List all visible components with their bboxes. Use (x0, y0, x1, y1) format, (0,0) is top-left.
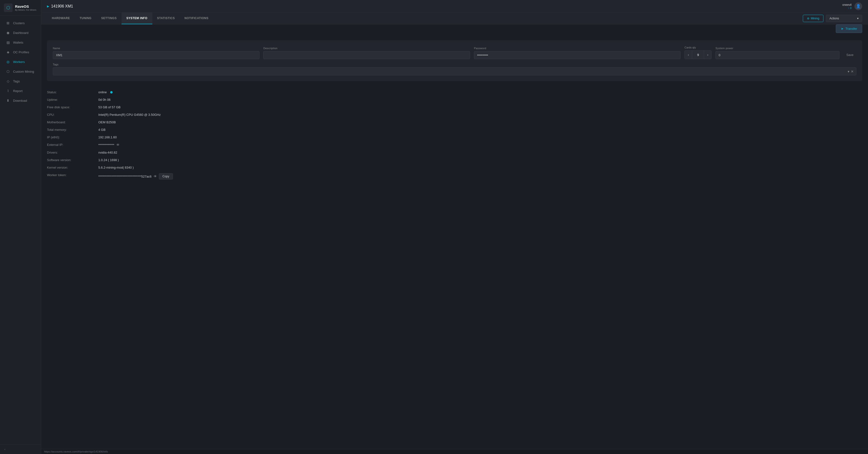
form-section: Name Description Password Cards qty ‹ 9 (47, 40, 862, 81)
token-masked: ***********************************527ac… (98, 175, 152, 178)
memory-label: Total memory: (47, 126, 95, 133)
logo-text: RaveOS By Miners. For Miners (15, 4, 36, 11)
tags-clear-icon[interactable]: ✕ (851, 69, 854, 73)
sidebar-nav: ⊞ Clusters ◉ Dashboard ▤ Wallets ◈ OC Pr… (0, 16, 41, 444)
sidebar-item-dashboard[interactable]: ◉ Dashboard (1, 28, 39, 37)
description-field-group: Description (263, 47, 470, 59)
power-field-group: System power (715, 47, 839, 59)
software-label: Software version: (47, 156, 95, 164)
balance-icon: ↑ (848, 6, 849, 9)
clusters-icon: ⊞ (6, 21, 10, 25)
actions-dropdown[interactable]: Actions ▾ (826, 15, 862, 22)
play-icon: ▶ (47, 5, 49, 8)
external-ip-reveal-button[interactable]: 👁 (116, 143, 120, 147)
user-info: oneevil ↑ 0 (842, 3, 851, 9)
cards-qty-value: 9 (692, 51, 704, 59)
tab-settings[interactable]: SETTINGS (96, 12, 122, 24)
sidebar-item-clusters[interactable]: ⊞ Clusters (1, 19, 39, 28)
avatar-icon: 👤 (856, 4, 861, 8)
balance-value: 0 (850, 6, 851, 9)
chevron-down-icon: ▾ (857, 17, 859, 20)
kernel-label: Kernel version: (47, 164, 95, 171)
topbar: ▶ 141906 XM1 oneevil ↑ 0 👤 (41, 0, 868, 12)
sidebar-item-download[interactable]: ⬇ Download (1, 96, 39, 105)
user-balance: ↑ 0 (842, 6, 851, 9)
save-button[interactable]: Save (843, 51, 857, 59)
motherboard-value: OEM B250B (95, 118, 241, 126)
eye-icon: 👁 (154, 175, 157, 178)
logo-icon: ⬡ (4, 3, 12, 12)
sidebar-item-report[interactable]: ⌇ Report (1, 86, 39, 95)
sidebar-item-oc-profiles[interactable]: ◈ OC Profiles (1, 48, 39, 57)
transfer-bar: ➤ Transfer (41, 25, 868, 35)
workers-icon: ◎ (6, 60, 10, 64)
qty-increment-button[interactable]: › (704, 51, 711, 59)
tab-notifications[interactable]: NOTIFICATIONS (180, 12, 213, 24)
brand-tagline: By Miners. For Miners (15, 9, 36, 11)
sidebar-item-label: OC Profiles (13, 51, 29, 54)
qty-decrement-button[interactable]: ‹ (685, 51, 692, 59)
sidebar-item-custom-mining[interactable]: ⬡ Custom Mining (1, 67, 39, 76)
sidebar-logo: ⬡ RaveOS By Miners. For Miners (0, 0, 41, 16)
tags-input[interactable] (56, 68, 848, 74)
tags-label: Tags (53, 63, 857, 66)
wallets-icon: ▤ (6, 40, 10, 44)
tab-hardware[interactable]: HARDWARE (47, 12, 75, 24)
status-label: Status: (47, 88, 95, 96)
tags-chevron-icon[interactable]: ▾ (848, 69, 849, 73)
sidebar-collapse-button[interactable]: ‹ (0, 444, 41, 454)
transfer-button[interactable]: ➤ Transfer (836, 25, 862, 33)
dashboard-icon: ◉ (6, 31, 10, 35)
password-input[interactable] (474, 51, 681, 59)
disk-value: 53 GB of 57 GB (95, 103, 241, 111)
token-value: ***********************************527ac… (95, 171, 241, 181)
collapse-icon: ‹ (4, 448, 5, 451)
drivers-value: nvidia-440.82 (95, 149, 241, 156)
memory-value: 4 GB (95, 126, 241, 133)
info-table: Status: online Uptime: 0d 0h 06 Free dis… (47, 88, 241, 181)
page-title: ▶ 141906 XM1 (47, 4, 73, 8)
password-field-group: Password (474, 47, 681, 59)
power-input[interactable] (715, 51, 839, 59)
qty-control: ‹ 9 › (684, 51, 712, 59)
tab-system-info[interactable]: SYSTEM INFO (122, 12, 152, 24)
worker-name: 141906 XM1 (51, 4, 73, 8)
sidebar-item-label: Dashboard (13, 31, 29, 35)
tags-input-wrapper: ▾ ✕ (53, 67, 857, 75)
ip-value: 192.168.1.60 (95, 133, 241, 141)
content-area: ➤ Transfer Name Description Password (41, 25, 868, 449)
copy-button[interactable]: Copy (159, 173, 173, 180)
oc-profiles-icon: ◈ (6, 50, 10, 54)
statusbar: https://accounts.raveos.com/#/private/ri… (41, 449, 868, 454)
external-ip-masked: ************* (98, 143, 114, 147)
tab-bar: HARDWARE TUNING SETTINGS SYSTEM INFO STA… (41, 12, 868, 25)
topbar-left: ▶ 141906 XM1 (47, 4, 73, 8)
sidebar-item-label: Custom Mining (13, 70, 34, 73)
mining-label: Mining (811, 17, 819, 20)
description-input[interactable] (263, 51, 470, 59)
name-input[interactable] (53, 51, 259, 59)
transfer-icon: ➤ (841, 27, 843, 31)
description-label: Description (263, 47, 470, 50)
sidebar-item-label: Report (13, 89, 23, 93)
disk-label: Free disk space: (47, 103, 95, 111)
cpu-label: CPU: (47, 111, 95, 118)
sidebar: ⬡ RaveOS By Miners. For Miners ⊞ Cluster… (0, 0, 41, 454)
tab-statistics[interactable]: STATISTICS (152, 12, 180, 24)
download-icon: ⬇ (6, 98, 10, 103)
topbar-right: oneevil ↑ 0 👤 (842, 2, 862, 10)
motherboard-label: Motherboard: (47, 118, 95, 126)
tags-group: Tags ▾ ✕ (53, 63, 857, 75)
sidebar-item-tags[interactable]: ◇ Tags (1, 77, 39, 86)
sidebar-item-workers[interactable]: ◎ Workers (1, 57, 39, 66)
status-value: online (95, 88, 241, 96)
cards-qty-group: Cards qty ‹ 9 › (684, 46, 712, 59)
mining-button[interactable]: ⊛ Mining (803, 15, 824, 22)
avatar: 👤 (855, 2, 862, 10)
status-dot (110, 91, 113, 93)
software-value: 1.0.24 ( 1698 ) (95, 156, 241, 164)
custom-mining-icon: ⬡ (6, 69, 10, 74)
token-reveal-button[interactable]: 👁 (154, 175, 157, 178)
tab-tuning[interactable]: TUNING (75, 12, 96, 24)
sidebar-item-wallets[interactable]: ▤ Wallets (1, 38, 39, 47)
